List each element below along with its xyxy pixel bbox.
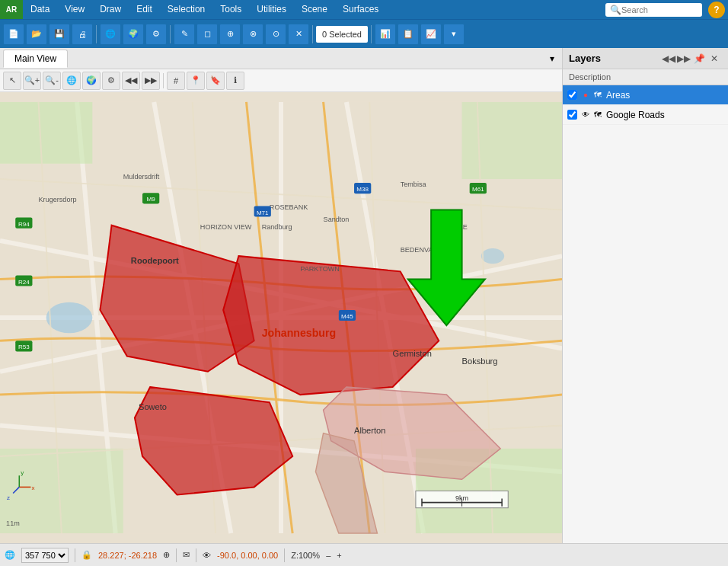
grid-tool[interactable]: # — [167, 72, 185, 90]
menu-utilities[interactable]: Utilities — [249, 0, 294, 19]
layer-icons-areas: ● 🗺 — [580, 90, 603, 101]
svg-text:M45: M45 — [341, 313, 353, 320]
map-view[interactable]: Roodepoort Johannesburg Soweto Germiston… — [0, 92, 562, 543]
tool-btn-2[interactable]: ◻ — [196, 24, 218, 45]
menu-bar: AR Data View Draw Edit Selection Tools U… — [0, 0, 728, 19]
svg-text:Roodepoort: Roodepoort — [131, 256, 179, 265]
svg-text:Germiston: Germiston — [393, 349, 432, 358]
svg-text:Sandton: Sandton — [324, 216, 350, 223]
help-button[interactable]: ? — [708, 2, 725, 18]
forward-tool[interactable]: ▶▶ — [142, 72, 160, 90]
globe-view-tool[interactable]: 🌐 — [62, 72, 81, 90]
menu-surfaces[interactable]: Surfaces — [335, 0, 386, 19]
pointer-tool[interactable]: ↖ — [3, 72, 21, 90]
export-btn-1[interactable]: 📊 — [375, 24, 396, 45]
svg-text:R94: R94 — [18, 221, 30, 228]
separator-3 — [312, 25, 313, 43]
settings-button[interactable]: ⚙ — [145, 24, 167, 45]
menu-data[interactable]: Data — [23, 0, 57, 19]
menu-edit[interactable]: Edit — [129, 0, 160, 19]
map-container: Main View ▾ ↖ 🔍+ 🔍- 🌐 🌍 ⚙ ◀◀ ▶▶ # 📍 🔖 ℹ — [0, 48, 562, 543]
svg-text:Johannesburg: Johannesburg — [262, 327, 336, 339]
back-tool[interactable]: ◀◀ — [122, 72, 140, 90]
separator-4 — [371, 25, 372, 43]
svg-text:R24: R24 — [18, 279, 30, 286]
layers-close-btn[interactable]: ✕ — [707, 51, 722, 66]
search-input[interactable] — [621, 5, 698, 14]
export-btn-3[interactable]: 📈 — [420, 24, 442, 45]
settings-tool[interactable]: ⚙ — [102, 72, 120, 90]
zoom-out-tool[interactable]: 🔍- — [43, 72, 61, 90]
svg-text:M61: M61 — [472, 186, 484, 193]
menu-selection[interactable]: Selection — [160, 0, 212, 19]
bookmark-tool[interactable]: 🔖 — [206, 72, 225, 90]
layer-item-google-roads[interactable]: 👁 🗺 Google Roads — [563, 105, 728, 125]
record-count-select[interactable]: 357 750 — [21, 548, 69, 563]
globe-button[interactable]: 🌐 — [100, 24, 121, 45]
svg-text:Alberton: Alberton — [354, 426, 385, 435]
tool-btn-5[interactable]: ⊙ — [265, 24, 286, 45]
status-sep-4 — [284, 548, 285, 562]
eye-icon: 👁 — [203, 551, 211, 560]
layers-header: Layers ◀◀ ▶▶ 📌 ✕ — [563, 48, 728, 69]
layer-type-icon-google-roads: 🗺 — [592, 110, 603, 120]
tool-btn-1[interactable]: ✎ — [174, 24, 195, 45]
layer-visibility-areas[interactable] — [567, 90, 577, 100]
layers-forward-btn[interactable]: ▶▶ — [676, 51, 691, 66]
layer-icons-google-roads: 👁 🗺 — [580, 110, 603, 120]
menu-tools[interactable]: Tools — [212, 0, 249, 19]
print-button[interactable]: 🖨 — [72, 24, 93, 45]
zoom-in-btn[interactable]: + — [337, 551, 341, 560]
app-icon: AR — [0, 0, 23, 19]
tool-btn-3[interactable]: ⊕ — [219, 24, 241, 45]
svg-point-14 — [481, 248, 504, 264]
separator-2 — [170, 25, 171, 43]
lock-icon: 🔒 — [81, 550, 92, 560]
tool-btn-6[interactable]: ✕ — [288, 24, 309, 45]
export-btn-2[interactable]: 📋 — [398, 24, 419, 45]
layer-name-areas: Areas — [606, 90, 723, 101]
main-content: Main View ▾ ↖ 🔍+ 🔍- 🌐 🌍 ⚙ ◀◀ ▶▶ # 📍 🔖 ℹ — [0, 48, 728, 543]
svg-text:9km: 9km — [455, 494, 468, 502]
main-view-tab[interactable]: Main View — [3, 50, 68, 68]
layer-item-areas[interactable]: ● 🗺 Areas — [563, 85, 728, 105]
tool-btn-4[interactable]: ⊗ — [242, 24, 263, 45]
svg-text:11m: 11m — [6, 520, 20, 527]
selected-count: 0 Selected — [316, 26, 368, 43]
menu-view[interactable]: View — [57, 0, 92, 19]
layers-list: ● 🗺 Areas 👁 🗺 Google Roads — [563, 85, 728, 543]
menu-scene[interactable]: Scene — [294, 0, 335, 19]
save-button[interactable]: 💾 — [49, 24, 70, 45]
layer-type-icon-areas: 🗺 — [592, 90, 603, 101]
dropdown-btn[interactable]: ▾ — [443, 24, 465, 45]
layers-pin-btn[interactable]: 📌 — [691, 51, 707, 66]
status-sep-3 — [196, 548, 196, 562]
search-box[interactable]: 🔍 — [605, 3, 702, 17]
svg-text:z: z — [7, 494, 10, 501]
new-button[interactable]: 📄 — [3, 24, 24, 45]
toolbar: 📄 📂 💾 🖨 🌐 🌍 ⚙ ✎ ◻ ⊕ ⊗ ⊙ ✕ 0 Selected 📊 📋… — [0, 19, 728, 48]
globe-zoom-tool[interactable]: 🌍 — [82, 72, 101, 90]
search-icon: 🔍 — [610, 5, 621, 15]
satellite-button[interactable]: 🌍 — [123, 24, 144, 45]
svg-text:Randburg: Randburg — [262, 223, 292, 231]
layer-select-tool[interactable]: 📍 — [187, 72, 205, 90]
layers-back-btn[interactable]: ◀◀ — [661, 51, 676, 66]
tab-dropdown[interactable]: ▾ — [545, 52, 559, 66]
svg-text:Krugersdorp: Krugersdorp — [39, 196, 77, 203]
layer-visibility-icon-areas: ● — [580, 90, 591, 101]
open-button[interactable]: 📂 — [26, 24, 47, 45]
zoom-in-tool[interactable]: 🔍+ — [23, 72, 41, 90]
svg-text:M71: M71 — [257, 209, 269, 216]
menu-draw[interactable]: Draw — [92, 0, 129, 19]
message-icon[interactable]: ✉ — [183, 550, 190, 560]
record-count-group: 357 750 — [21, 548, 69, 563]
zoom-out-btn[interactable]: – — [326, 551, 330, 560]
layer-visibility-google-roads[interactable] — [567, 110, 577, 120]
info-tool[interactable]: ℹ — [226, 72, 244, 90]
layers-title: Layers — [569, 53, 661, 64]
tool-sep — [163, 73, 164, 88]
svg-rect-10 — [462, 102, 562, 179]
coordinates-display: 28.227; -26.218 — [98, 551, 157, 560]
svg-text:PARKTOWN: PARKTOWN — [300, 265, 340, 273]
